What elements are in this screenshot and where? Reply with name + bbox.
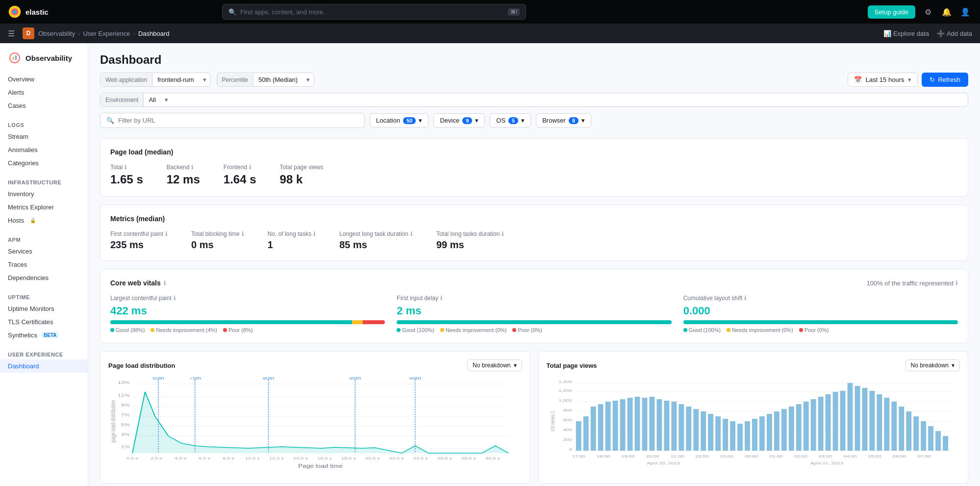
sidebar-item-stream[interactable]: Stream (0, 130, 88, 143)
lock-icon: 🔒 (30, 218, 36, 223)
longest-task-value: 85 ms (339, 239, 413, 251)
cls-good-dot (683, 328, 687, 332)
sidebar-item-hosts[interactable]: Hosts🔒 (0, 214, 88, 227)
refresh-button[interactable]: ↻ Refresh (922, 73, 968, 87)
total-long-tasks-info-icon[interactable]: ℹ (502, 230, 504, 237)
sidebar-section-infrastructure: Infrastructure Inventory Metrics Explore… (0, 174, 88, 227)
svg-rect-86 (730, 421, 735, 451)
longest-task-info-icon[interactable]: ℹ (410, 230, 413, 237)
sidebar-item-cases[interactable]: Cases (0, 99, 88, 112)
notifications-icon[interactable]: 🔔 (940, 5, 954, 19)
views-chart-breakdown-dropdown[interactable]: No breakdown ▾ (905, 359, 960, 371)
breadcrumb-user-experience[interactable]: User Experience (83, 30, 130, 37)
cls-needs-dot (727, 328, 730, 332)
backend-info-icon[interactable]: ℹ (191, 164, 194, 171)
setup-guide-button[interactable]: Setup guide (868, 5, 915, 19)
svg-rect-96 (803, 402, 808, 451)
lcp-bar-needs (352, 320, 363, 324)
cls-legend: Good (100%) Needs improvement (0%) Poor … (683, 327, 958, 333)
cwv-info-icon[interactable]: ℹ (164, 280, 166, 286)
web-app-filter[interactable]: Web application frontend-rum ▾ (100, 73, 211, 87)
sidebar-item-synthetics[interactable]: SyntheticsBETA (0, 329, 88, 342)
percentile-arrow[interactable]: ▾ (302, 73, 314, 86)
device-filter[interactable]: Device 9 ▾ (433, 113, 485, 128)
location-label: Location (376, 117, 400, 124)
page-title: Dashboard (100, 53, 968, 67)
time-filter[interactable]: 📅 Last 15 hours ▾ (848, 73, 918, 87)
long-tasks-info-icon[interactable]: ℹ (313, 230, 316, 237)
env-filter[interactable]: Environment All ▾ (100, 93, 968, 107)
cwv-lcp: Largest contentful paint ℹ 422 ms Good (… (110, 295, 385, 333)
cwv-header: Core web vitals ℹ 100% of the traffic re… (110, 279, 958, 287)
traffic-info-icon[interactable]: ℹ (955, 280, 958, 286)
url-filter-input[interactable] (118, 117, 358, 124)
sidebar-item-anomalies[interactable]: Anomalies (0, 143, 88, 156)
refresh-icon: ↻ (930, 76, 935, 83)
web-app-value: frontend-rum (152, 73, 199, 86)
page-header: Dashboard Web application frontend-rum ▾… (100, 53, 968, 128)
sidebar-item-dashboard[interactable]: Dashboard (0, 359, 88, 373)
os-filter[interactable]: OS 5 ▾ (490, 113, 531, 128)
svg-text:90th: 90th (263, 377, 275, 381)
svg-rect-5 (15, 55, 17, 60)
lcp-needs-dot (151, 328, 154, 332)
web-app-arrow[interactable]: ▾ (199, 73, 210, 86)
cls-info-icon[interactable]: ℹ (744, 295, 747, 302)
svg-text:05:00: 05:00 (868, 454, 881, 458)
url-search[interactable]: 🔍 (100, 113, 365, 128)
lcp-info-icon[interactable]: ℹ (174, 295, 176, 302)
user-avatar[interactable]: 👤 (958, 5, 972, 19)
hamburger-menu[interactable]: ☰ (8, 29, 15, 38)
chart-title-load: Page load distribution (108, 362, 176, 369)
frontend-value: 1.64 s (224, 173, 256, 186)
sidebar-item-alerts[interactable]: Alerts (0, 86, 88, 99)
sidebar-item-metrics-explorer[interactable]: Metrics Explorer (0, 201, 88, 214)
svg-text:16.0 s: 16.0 s (317, 456, 332, 460)
svg-text:6.0 s: 6.0 s (199, 456, 210, 460)
svg-text:800: 800 (563, 408, 572, 412)
percentile-filter[interactable]: Percentile 50th (Median) ▾ (217, 73, 315, 87)
location-filter[interactable]: Location 50 ▾ (370, 113, 428, 128)
add-data-link[interactable]: ➕ Add data (937, 30, 972, 37)
sidebar-section-apm: APM Services Traces Dependencies (0, 231, 88, 284)
svg-text:1,200: 1,200 (558, 388, 572, 392)
load-chart-breakdown-dropdown[interactable]: No breakdown ▾ (467, 359, 522, 371)
breadcrumb: Observability › User Experience › Dashbo… (38, 30, 170, 37)
search-bar[interactable]: 🔍 ⌘/ (222, 4, 526, 20)
total-info-icon[interactable]: ℹ (125, 164, 127, 171)
svg-rect-76 (656, 399, 662, 451)
metric-total: Total ℹ 1.65 s (110, 164, 143, 186)
fid-info-icon[interactable]: ℹ (440, 295, 443, 302)
svg-rect-99 (825, 394, 830, 451)
ux-section-label: User Experience (0, 346, 88, 359)
svg-text:18:00: 18:00 (597, 454, 610, 458)
sidebar-item-dependencies[interactable]: Dependencies (0, 271, 88, 284)
svg-text:18.0 s: 18.0 s (341, 456, 356, 460)
add-icon: ➕ (937, 30, 945, 37)
total-views-chart: Total page views No breakdown ▾ 1,400 1,… (538, 351, 969, 484)
explore-data-link[interactable]: 📊 Explore data (883, 30, 929, 37)
svg-rect-115 (943, 436, 948, 451)
svg-text:5%: 5% (121, 422, 130, 427)
search-input[interactable] (240, 8, 504, 16)
breadcrumb-observability[interactable]: Observability (38, 30, 75, 37)
fcp-info-icon[interactable]: ℹ (165, 230, 168, 237)
sidebar-item-uptime-monitors[interactable]: Uptime Monitors (0, 302, 88, 315)
tbt-info-icon[interactable]: ℹ (242, 230, 244, 237)
sidebar-item-services[interactable]: Services (0, 245, 88, 258)
load-dist-svg: 13% 11% 9% 7% 5% 3% 1% page-load-distrib… (108, 377, 522, 475)
svg-rect-109 (899, 407, 904, 451)
sidebar-item-categories[interactable]: Categories (0, 156, 88, 170)
browser-filter[interactable]: Browser 8 ▾ (536, 113, 591, 128)
sidebar-item-traces[interactable]: Traces (0, 258, 88, 271)
settings-icon[interactable]: ⚙ (921, 5, 935, 19)
svg-text:400: 400 (563, 427, 572, 432)
env-arrow[interactable]: ▾ (161, 93, 172, 106)
total-long-tasks-label: Total long tasks duration ℹ (436, 230, 504, 237)
svg-text:28.0 s: 28.0 s (461, 456, 476, 460)
sidebar-item-overview[interactable]: Overview (0, 73, 88, 86)
svg-text:13%: 13% (118, 380, 130, 385)
frontend-info-icon[interactable]: ℹ (249, 164, 251, 171)
sidebar-item-tls-certificates[interactable]: TLS Certificates (0, 315, 88, 329)
sidebar-item-inventory[interactable]: Inventory (0, 187, 88, 201)
